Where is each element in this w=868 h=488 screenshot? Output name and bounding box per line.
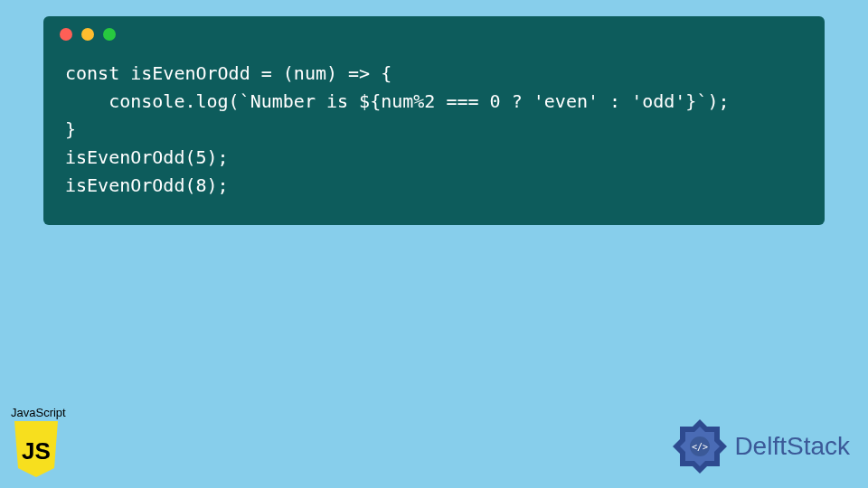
close-icon[interactable]: [60, 28, 72, 41]
brand-logo: </> DelftStack: [671, 418, 850, 475]
code-line: const isEvenOrOdd = (num) => {: [65, 62, 392, 84]
code-line: console.log(`Number is ${num%2 === 0 ? '…: [65, 90, 730, 112]
code-window: const isEvenOrOdd = (num) => { console.l…: [43, 16, 825, 225]
svg-text:</>: </>: [692, 442, 708, 452]
brand-name: DelftStack: [734, 432, 850, 461]
window-titlebar: [43, 16, 825, 52]
javascript-shield-icon: JS: [11, 421, 61, 477]
maximize-icon[interactable]: [103, 28, 116, 41]
code-line: isEvenOrOdd(5);: [65, 146, 229, 168]
minimize-icon[interactable]: [81, 28, 94, 41]
javascript-badge: JavaScript JS: [11, 406, 66, 477]
brand-mark-icon: </>: [671, 418, 729, 475]
javascript-label: JavaScript: [11, 406, 66, 419]
shield-text: JS: [22, 437, 51, 465]
code-block: const isEvenOrOdd = (num) => { console.l…: [43, 52, 825, 207]
code-line: isEvenOrOdd(8);: [65, 174, 229, 196]
code-line: }: [65, 118, 76, 140]
